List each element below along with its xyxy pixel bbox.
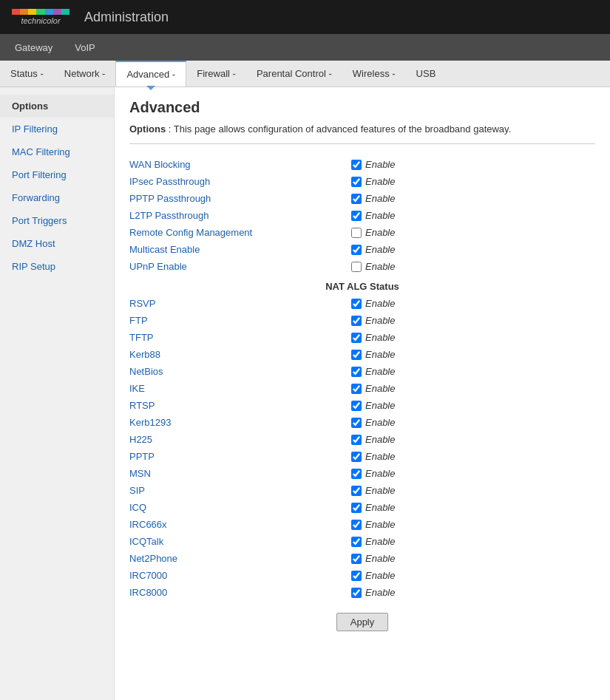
apply-button[interactable]: Apply bbox=[336, 613, 389, 631]
enable-label: Enable bbox=[365, 383, 395, 394]
option-checkbox[interactable] bbox=[351, 177, 362, 187]
options-row: H225Enable bbox=[129, 431, 595, 448]
options-row: FTPEnable bbox=[129, 312, 595, 329]
secondary-nav-item-gateway[interactable]: Gateway bbox=[15, 42, 52, 53]
sidebar-item-port-filtering[interactable]: Port Filtering bbox=[0, 163, 114, 186]
option-label: IRC8000 bbox=[129, 587, 351, 598]
sidebar-item-rip-setup[interactable]: RIP Setup bbox=[0, 255, 114, 278]
option-checkbox[interactable] bbox=[351, 367, 362, 377]
enable-label: Enable bbox=[365, 536, 395, 547]
nat-alg-table: RSVPEnableFTPEnableTFTPEnableKerb88Enabl… bbox=[129, 295, 595, 601]
sidebar-item-port-triggers[interactable]: Port Triggers bbox=[0, 209, 114, 232]
enable-label: Enable bbox=[365, 519, 395, 530]
enable-label: Enable bbox=[365, 349, 395, 360]
options-row: RSVPEnable bbox=[129, 295, 595, 312]
option-checkbox[interactable] bbox=[351, 554, 362, 564]
tab-network[interactable]: Network - bbox=[54, 61, 116, 86]
option-value: Enable bbox=[351, 210, 395, 221]
option-label: L2TP Passthrough bbox=[129, 210, 351, 221]
option-label: SIP bbox=[129, 485, 351, 496]
options-row: TFTPEnable bbox=[129, 329, 595, 346]
tab-parental-control[interactable]: Parental Control - bbox=[246, 61, 342, 86]
tab-advanced[interactable]: Advanced - bbox=[115, 61, 186, 86]
option-value: Enable bbox=[351, 349, 395, 360]
divider bbox=[129, 143, 595, 144]
option-value: Enable bbox=[351, 298, 395, 309]
sidebar-item-mac-filtering[interactable]: MAC Filtering bbox=[0, 140, 114, 163]
option-checkbox[interactable] bbox=[351, 537, 362, 547]
option-label: TFTP bbox=[129, 332, 351, 343]
option-checkbox[interactable] bbox=[351, 401, 362, 411]
logo-rainbow bbox=[12, 9, 70, 15]
tab-status[interactable]: Status - bbox=[0, 61, 54, 86]
option-checkbox[interactable] bbox=[351, 299, 362, 309]
option-value: Enable bbox=[351, 451, 395, 462]
option-checkbox[interactable] bbox=[351, 520, 362, 530]
option-value: Enable bbox=[351, 366, 395, 377]
option-checkbox[interactable] bbox=[351, 588, 362, 598]
option-value: Enable bbox=[351, 193, 395, 204]
enable-label: Enable bbox=[365, 587, 395, 598]
options-row: Multicast EnableEnable bbox=[129, 241, 595, 258]
option-value: Enable bbox=[351, 315, 395, 326]
option-value: Enable bbox=[351, 536, 395, 547]
enable-label: Enable bbox=[365, 468, 395, 479]
tab-firewall[interactable]: Firewall - bbox=[186, 61, 246, 86]
sidebar-item-forwarding[interactable]: Forwarding bbox=[0, 186, 114, 209]
option-value: Enable bbox=[351, 485, 395, 496]
page-title: Advanced bbox=[129, 99, 595, 116]
tab-wireless[interactable]: Wireless - bbox=[342, 61, 406, 86]
option-checkbox[interactable] bbox=[351, 160, 362, 170]
subtitle-label: Options bbox=[129, 123, 166, 135]
option-checkbox[interactable] bbox=[351, 262, 362, 272]
secondary-nav-item-voip[interactable]: VoIP bbox=[75, 42, 95, 53]
option-label: Multicast Enable bbox=[129, 244, 351, 255]
enable-label: Enable bbox=[365, 485, 395, 496]
subtitle-separator: : bbox=[169, 123, 174, 135]
tab-usb[interactable]: USB bbox=[406, 61, 447, 86]
option-value: Enable bbox=[351, 434, 395, 445]
option-checkbox[interactable] bbox=[351, 350, 362, 360]
enable-label: Enable bbox=[365, 400, 395, 411]
option-checkbox[interactable] bbox=[351, 418, 362, 428]
secondary-nav: GatewayVoIP bbox=[0, 34, 610, 61]
option-checkbox[interactable] bbox=[351, 194, 362, 204]
enable-label: Enable bbox=[365, 159, 395, 170]
option-value: Enable bbox=[351, 587, 395, 598]
enable-label: Enable bbox=[365, 315, 395, 326]
option-value: Enable bbox=[351, 553, 395, 564]
option-checkbox[interactable] bbox=[351, 316, 362, 326]
logo: technicolor bbox=[12, 9, 70, 25]
enable-label: Enable bbox=[365, 451, 395, 462]
option-checkbox[interactable] bbox=[351, 435, 362, 445]
option-checkbox[interactable] bbox=[351, 486, 362, 496]
enable-label: Enable bbox=[365, 434, 395, 445]
option-checkbox[interactable] bbox=[351, 571, 362, 581]
option-checkbox[interactable] bbox=[351, 333, 362, 343]
option-value: Enable bbox=[351, 400, 395, 411]
option-value: Enable bbox=[351, 502, 395, 513]
option-value: Enable bbox=[351, 468, 395, 479]
option-checkbox[interactable] bbox=[351, 452, 362, 462]
sidebar-item-options[interactable]: Options bbox=[0, 95, 114, 118]
option-checkbox[interactable] bbox=[351, 211, 362, 221]
enable-label: Enable bbox=[365, 417, 395, 428]
option-value: Enable bbox=[351, 519, 395, 530]
sidebar-item-ip-filtering[interactable]: IP Filtering bbox=[0, 118, 114, 140]
option-label: Kerb88 bbox=[129, 349, 351, 360]
option-label: NetBios bbox=[129, 366, 351, 377]
options-row: IRC7000Enable bbox=[129, 567, 595, 584]
options-table: WAN BlockingEnableIPsec PassthroughEnabl… bbox=[129, 156, 595, 275]
option-checkbox[interactable] bbox=[351, 469, 362, 479]
option-value: Enable bbox=[351, 244, 395, 255]
option-label: Net2Phone bbox=[129, 553, 351, 564]
option-checkbox[interactable] bbox=[351, 245, 362, 255]
subtitle-text: This page allows configuration of advanc… bbox=[174, 123, 512, 135]
option-checkbox[interactable] bbox=[351, 384, 362, 394]
sidebar-item-dmz-host[interactable]: DMZ Host bbox=[0, 232, 114, 255]
option-checkbox[interactable] bbox=[351, 228, 362, 238]
option-checkbox[interactable] bbox=[351, 503, 362, 513]
main-layout: OptionsIP FilteringMAC FilteringPort Fil… bbox=[0, 87, 610, 700]
option-label: H225 bbox=[129, 434, 351, 445]
option-label: Remote Config Management bbox=[129, 227, 351, 238]
